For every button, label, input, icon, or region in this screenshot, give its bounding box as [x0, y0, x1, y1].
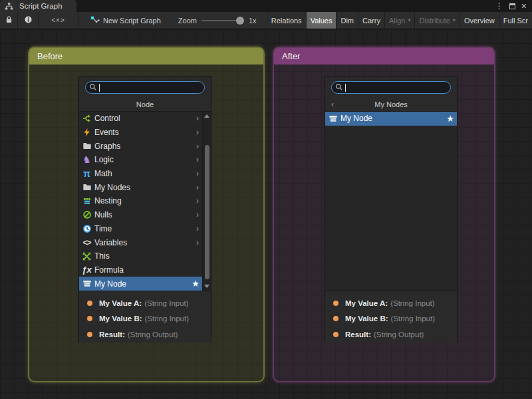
full-screen-button[interactable]: Full Scr: [499, 12, 532, 29]
finder-item-label: My Node: [340, 114, 372, 123]
finder-item-nesting[interactable]: Nesting ›: [79, 194, 202, 208]
finder-item-my-node[interactable]: My Node ★: [79, 277, 202, 291]
scrollbar-thumb[interactable]: [205, 145, 209, 279]
scroll-up-icon[interactable]: [203, 112, 211, 120]
port-dot[interactable]: [87, 332, 92, 337]
nesting-icon: [81, 196, 92, 206]
zoom-slider[interactable]: [201, 17, 244, 25]
port-row: My Value B: (String Input): [79, 311, 211, 327]
finder-item-events[interactable]: Events ›: [79, 126, 202, 140]
finder-item-this[interactable]: This: [79, 249, 202, 263]
port-name: Result:: [345, 331, 371, 338]
port-name: Result:: [99, 331, 125, 338]
this-icon: [81, 251, 92, 261]
finder-item-graphs[interactable]: Graphs ›: [79, 139, 202, 153]
port-row: My Value A: (String Input): [79, 295, 211, 311]
ports-section: My Value A: (String Input) My Value B: (…: [79, 291, 211, 342]
finder-item-label: Variables: [94, 238, 127, 247]
star-icon[interactable]: ★: [446, 114, 457, 124]
port-dot[interactable]: [333, 316, 338, 321]
graph-icon: [3, 1, 15, 11]
star-icon[interactable]: ★: [192, 279, 202, 289]
search-input[interactable]: [85, 81, 205, 94]
finder-item-math[interactable]: π Math ›: [79, 167, 202, 181]
text-caret: [345, 84, 346, 92]
finder-header: ‹ My Nodes: [325, 98, 457, 112]
search-area: [325, 77, 457, 98]
toolbar: <×> New Script Graph Zoom 1x Relations V…: [0, 12, 532, 29]
ports-section: My Value A: (String Input) My Value B: (…: [325, 291, 457, 342]
finder-header-label: My Nodes: [374, 100, 408, 108]
dim-button[interactable]: Dim: [336, 12, 358, 29]
graph-canvas[interactable]: Before After Node Control: [0, 29, 532, 399]
search-area: [79, 77, 211, 98]
finder-item-time[interactable]: Time ›: [79, 222, 202, 236]
finder-item-nulls[interactable]: Nulls ›: [79, 208, 202, 222]
nulls-icon: [81, 209, 92, 220]
chevron-right-icon: ›: [196, 169, 202, 178]
port-type: (String Output): [374, 331, 424, 338]
scrollbar[interactable]: [202, 112, 211, 291]
finder-item-label: Events: [94, 128, 119, 137]
finder-header: Node: [79, 98, 211, 112]
unit-icon: [81, 279, 92, 289]
tab-title: Script Graph: [19, 2, 63, 10]
port-dot[interactable]: [87, 301, 92, 306]
finder-list: Control › Events › Graphs › ♞: [79, 112, 211, 291]
chevron-right-icon: ›: [196, 210, 202, 219]
close-icon[interactable]: ×: [521, 1, 527, 11]
tab-script-graph[interactable]: Script Graph: [0, 0, 76, 12]
chevron-right-icon: ›: [196, 224, 202, 233]
port-row: Result: (String Output): [325, 327, 457, 342]
port-name: My Value A:: [345, 299, 388, 307]
folder-icon: [81, 141, 92, 152]
zoom-control: Zoom 1x: [178, 12, 257, 29]
finder-item-variables[interactable]: <> Variables ›: [79, 235, 202, 249]
align-label: Align: [389, 17, 405, 25]
back-icon[interactable]: ‹: [331, 98, 334, 112]
port-dot[interactable]: [333, 301, 338, 306]
zoom-label: Zoom: [178, 17, 197, 25]
overview-button[interactable]: Overview: [460, 12, 499, 29]
finder-item-label: This: [94, 251, 110, 261]
port-name: My Value B:: [99, 315, 142, 323]
relations-button[interactable]: Relations: [267, 12, 306, 29]
scroll-down-icon[interactable]: [203, 283, 211, 290]
finder-item-formula[interactable]: ƒx Formula: [79, 263, 202, 277]
finder-item-label: Nulls: [94, 210, 112, 219]
finder-item-control[interactable]: Control ›: [79, 112, 202, 126]
info-icon: [24, 15, 33, 25]
chevron-down-icon: ▾: [408, 17, 410, 23]
port-type: (String Input): [391, 315, 435, 323]
align-dropdown[interactable]: Align ▾: [384, 12, 414, 29]
finder-item-my-nodes[interactable]: My Nodes ›: [79, 180, 202, 194]
info-button[interactable]: [18, 12, 39, 29]
chevron-right-icon: ›: [196, 183, 202, 192]
chevron-down-icon: ▾: [453, 17, 456, 23]
fuzzy-finder-after: ‹ My Nodes My Node ★ My Value A: (String…: [325, 76, 458, 342]
zoom-slider-handle[interactable]: [236, 17, 244, 25]
events-icon: [81, 127, 92, 138]
search-input[interactable]: [331, 81, 451, 94]
finder-item-logic[interactable]: ♞ Logic ›: [79, 153, 202, 167]
port-dot[interactable]: [333, 332, 338, 337]
new-script-graph-button[interactable]: New Script Graph: [90, 12, 161, 29]
group-before-header[interactable]: Before: [29, 48, 263, 65]
finder-item-my-node[interactable]: My Node ★: [325, 112, 457, 126]
maximize-icon[interactable]: [509, 0, 515, 12]
menu-icon[interactable]: ⋮: [495, 2, 503, 10]
port-dot[interactable]: [87, 316, 92, 321]
values-button[interactable]: Values: [306, 12, 336, 29]
distribute-dropdown[interactable]: Distribute ▾: [414, 12, 459, 29]
code-preview-button[interactable]: <×>: [39, 12, 78, 29]
group-after-header[interactable]: After: [274, 48, 494, 65]
chevron-right-icon: ›: [196, 142, 202, 151]
folder-icon: [81, 182, 92, 193]
new-graph-icon: [90, 15, 100, 26]
port-type: (String Output): [128, 331, 178, 338]
carry-button[interactable]: Carry: [358, 12, 384, 29]
text-caret: [99, 84, 100, 92]
finder-list: My Node ★: [325, 112, 457, 291]
formula-icon: ƒx: [81, 265, 92, 275]
lock-button[interactable]: [0, 12, 18, 29]
